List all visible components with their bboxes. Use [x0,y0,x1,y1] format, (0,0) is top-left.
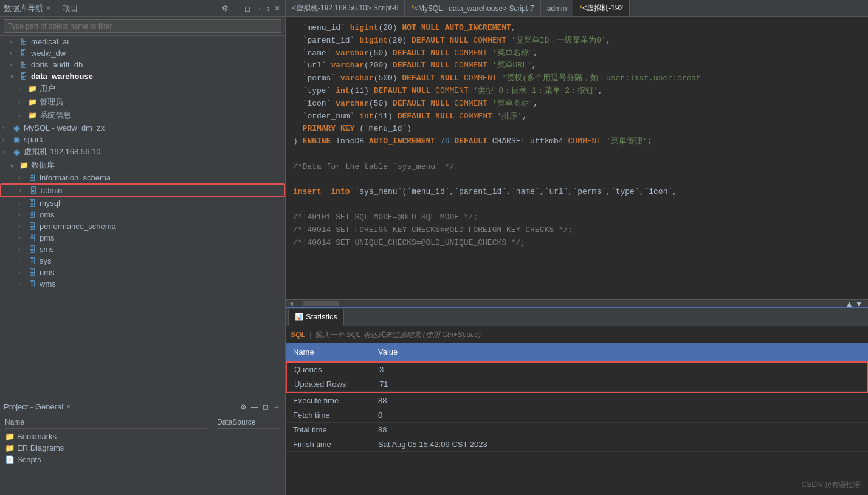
project-item-scripts[interactable]: 📄 Scripts [5,454,207,465]
minimize-icon[interactable]: — [232,4,241,13]
tab-script7[interactable]: * <MySQL - data_warehouse> Script-7 [405,0,540,17]
project-item-er-diagrams[interactable]: 📁 ER Diagrams [5,442,207,454]
tree-item-performance_schema[interactable]: › 🗄 performance_schema [0,220,285,232]
arrow-icon: › [18,86,27,92]
tree-item-pms[interactable]: › 🗄 pms [0,232,285,244]
arrow-icon: ∨ [2,149,11,155]
project-title: Project - General [4,402,63,411]
folder-icon: 📁 [5,443,15,452]
db-icon: 🗄 [27,222,38,231]
restore-icon[interactable]: ◻ [261,402,270,412]
tree-label: mysql [40,199,60,208]
code-editor[interactable]: `menu_id` bigint(20) NOT NULL AUTO_INCRE… [286,17,868,299]
code-line: `parent_id` bigint(20) DEFAULT NULL COMM… [293,35,861,47]
tab-admin[interactable]: admin [541,0,574,17]
tree-label: 数据库 [31,160,55,171]
project-item-label: Bookmarks [17,432,57,441]
tree-item-doris_audit_db[interactable]: › 🗄 doris_audit_db__ [0,59,285,70]
folder-icon: 📁 [27,98,38,106]
code-line [293,199,861,211]
tab-script6[interactable]: <虚拟机-192.168.56.10> Script-6 [286,0,405,17]
maximize-icon[interactable]: ↕ [265,4,271,13]
tab-statistics[interactable]: 📊 Statistics [288,309,344,326]
arrow-icon: › [2,125,11,131]
tree-item-medical_ai[interactable]: › 🗄 medical_ai [0,36,285,47]
tree-label: doris_audit_db__ [31,60,92,69]
code-line: /*!40014 SET UNIQUE_CHECKS=@OLD_UNIQUE_C… [293,237,861,250]
tree-item-spark[interactable]: › ◉ spark [0,134,285,145]
arrow-icon: › [10,61,18,68]
tree-item-sys[interactable]: › 🗄 sys [0,255,285,267]
db-nav-close-icon[interactable]: ✕ [46,4,51,12]
tree-item-information_schema[interactable]: › 🗄 information_schema [0,172,285,183]
server-icon: ◉ [11,123,22,132]
arrow-icon: › [18,174,27,181]
gear-icon[interactable]: ⚙ [239,402,248,412]
stats-cell-execute-name: Execute time [286,394,371,408]
server-icon: ◉ [11,148,22,157]
filter-input[interactable] [4,19,281,33]
project-close-icon[interactable]: ✕ [66,403,71,411]
tree-item-oms[interactable]: › 🗄 oms [0,209,285,220]
stats-header-name: Name [286,346,371,358]
db-icon: 🗄 [18,38,29,46]
db-icon: 🗄 [18,72,29,81]
code-line: `type` int(11) DEFAULT NULL COMMENT '类型 … [293,85,861,98]
folder-icon: 📁 [27,111,38,120]
gear-icon[interactable]: ⚙ [221,4,230,13]
stats-cell-total-value: 88 [371,423,868,437]
tree-item-xitongxinxi[interactable]: › 📁 系统信息 [0,109,285,122]
db-icon: 🗄 [27,234,38,242]
tree-item-vm192[interactable]: ∨ ◉ 虚拟机-192.168.56.10 [0,145,285,159]
scroll-thumb[interactable] [303,301,339,306]
code-line: `url` varchar(200) DEFAULT NULL COMMENT … [293,60,861,72]
project-panel: Project - General ✕ ⚙ — ◻ → Name 📁 Bookm… [0,398,285,495]
project-name-col: Name 📁 Bookmarks 📁 ER Diagrams 📄 Scripts [0,415,212,495]
tree-label: 管理员 [40,97,63,108]
db-icon: 🗄 [27,280,38,288]
stats-cell-total-name: Total time [286,423,371,437]
tree-item-data_warehouse[interactable]: ∨ 🗄 data_warehouse [0,70,285,82]
script-icon: 📄 [5,455,15,464]
stats-header-value: Value [371,346,868,358]
tree-item-ums[interactable]: › 🗄 ums [0,267,285,278]
bottom-tabs-row: 📊 Statistics [286,308,868,326]
project-name-header: Name [5,418,207,429]
tree-label: 虚拟机-192.168.56.10 [24,146,100,157]
tab-label: <虚拟机-192.168.56.10> Script-6 [292,3,398,13]
tree-label: sms [40,245,54,254]
tree-item-yonghu[interactable]: › 📁 用户 [0,82,285,95]
restore-icon[interactable]: ◻ [243,4,252,13]
scroll-track[interactable] [297,301,842,306]
project-tab-label[interactable]: 项目 [63,3,78,14]
tree-item-admin[interactable]: › 🗄 admin [0,183,285,197]
tree-label: admin [41,186,62,195]
db-icon: 🗄 [27,257,38,265]
tab-vm192-active[interactable]: * <虚拟机-192 [573,0,630,17]
tree-item-mysql-wedw[interactable]: › ◉ MySQL - wedw_dm_zx [0,122,285,134]
code-line: `icon` varchar(50) DEFAULT NULL COMMENT … [293,98,861,111]
stats-table-header: Name Value [286,343,868,361]
db-icon: 🗄 [27,199,38,208]
sql-filter-bar: SQL | [286,326,868,343]
tree-item-guanliyuan[interactable]: › 📁 管理员 [0,95,285,109]
minimize-icon[interactable]: — [250,402,260,412]
folder-icon: 📁 [5,432,15,441]
tree-label: pms [40,233,55,242]
expand-icon[interactable]: → [272,402,281,412]
tree-item-mysql[interactable]: › 🗄 mysql [0,197,285,209]
tree-label: spark [24,135,43,144]
arrow-icon: ∨ [10,73,18,80]
sql-filter-input[interactable] [315,330,863,339]
code-line: `name` varchar(50) DEFAULT NULL COMMENT … [293,47,861,60]
stats-cell-queries-name: Queries [287,363,372,377]
tree-item-shujuku[interactable]: ∨ 📁 数据库 [0,159,285,172]
project-item-bookmarks[interactable]: 📁 Bookmarks [5,431,207,442]
arrow-icon: › [18,281,27,287]
tree-item-sms[interactable]: › 🗄 sms [0,244,285,255]
horizontal-scrollbar[interactable]: ◄ ▲ ▼ [286,299,868,307]
expand-icon[interactable]: → [253,4,263,13]
close-icon[interactable]: ✕ [273,4,281,13]
tree-item-wms[interactable]: › 🗄 wms [0,278,285,290]
tree-item-wedw_dw[interactable]: › 🗄 wedw_dw [0,47,285,59]
